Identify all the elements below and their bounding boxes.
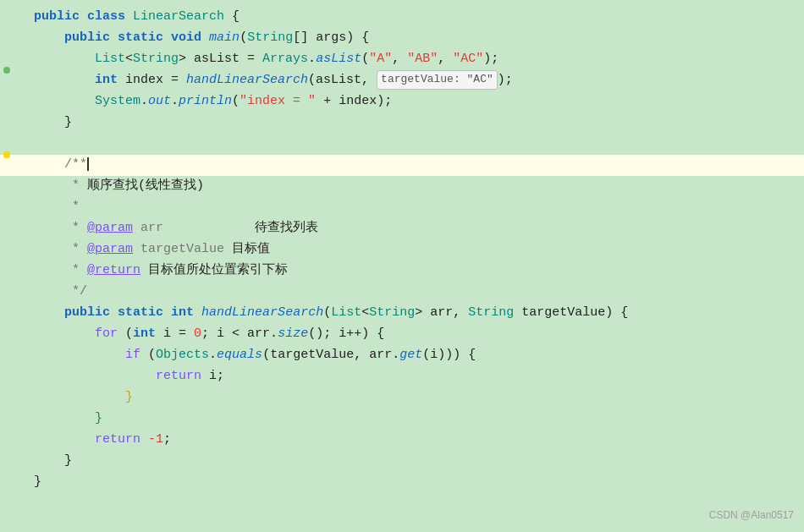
code-line-23: } bbox=[0, 472, 804, 493]
line-content-7 bbox=[25, 134, 804, 154]
breakpoint-dot bbox=[3, 67, 10, 74]
line-content-8: /** bbox=[25, 155, 804, 175]
code-line-4: int index = handLinearSearch(asList, tar… bbox=[0, 70, 804, 91]
code-line-18: return i; bbox=[0, 366, 804, 387]
line-content-20: } bbox=[25, 409, 804, 429]
line-content-15: public static int handLinearSearch(List<… bbox=[25, 303, 804, 323]
code-line-14: */ bbox=[0, 282, 804, 303]
code-line-19: } bbox=[0, 387, 804, 409]
code-line-8: /** bbox=[0, 155, 804, 176]
code-line-17: if (Objects.equals(targetValue, arr.get(… bbox=[0, 345, 804, 366]
line-content-5: System.out.println("index = " + index); bbox=[25, 91, 804, 112]
line-content-9: * 顺序查找(线性查找) bbox=[25, 176, 804, 196]
line-content-23: } bbox=[25, 472, 804, 492]
code-line-16: for (int i = 0; i < arr.size(); i++) { bbox=[0, 324, 804, 345]
line-content-3: List<String> asList = Arrays.asList("A",… bbox=[25, 49, 804, 69]
code-line-11: * @param arr 待查找列表 bbox=[0, 218, 804, 239]
code-line-10: * bbox=[0, 197, 804, 218]
code-line-3: List<String> asList = Arrays.asList("A",… bbox=[0, 49, 804, 70]
code-line-5: System.out.println("index = " + index); bbox=[0, 91, 804, 112]
code-line-22: } bbox=[0, 451, 804, 472]
code-line-2: public static void main(String[] args) { bbox=[0, 28, 804, 49]
code-line-6: } bbox=[0, 112, 804, 134]
line-content-14: */ bbox=[25, 282, 804, 302]
code-line-1: public class LinearSearch { bbox=[0, 7, 804, 28]
code-line-21: return -1; bbox=[0, 430, 804, 451]
watermark: CSDN @Alan0517 bbox=[709, 507, 794, 524]
line-content-19: } bbox=[25, 387, 804, 408]
line-content-22: } bbox=[25, 451, 804, 471]
line-content-12: * @param targetValue 目标值 bbox=[25, 239, 804, 260]
line-content-21: return -1; bbox=[25, 430, 804, 450]
line-content-2: public static void main(String[] args) { bbox=[25, 28, 804, 48]
code-line-13: * @return 目标值所处位置索引下标 bbox=[0, 261, 804, 282]
code-line-9: * 顺序查找(线性查找) bbox=[0, 176, 804, 197]
breakpoint-dot-yellow bbox=[3, 151, 10, 158]
line-content-4: int index = handLinearSearch(asList, tar… bbox=[25, 70, 804, 90]
line-content-17: if (Objects.equals(targetValue, arr.get(… bbox=[25, 345, 804, 365]
line-content-18: return i; bbox=[25, 366, 804, 387]
line-content-6: } bbox=[25, 112, 804, 133]
line-content-11: * @param arr 待查找列表 bbox=[25, 218, 804, 239]
code-line-7 bbox=[0, 134, 804, 155]
line-content-13: * @return 目标值所处位置索引下标 bbox=[25, 261, 804, 281]
line-content-16: for (int i = 0; i < arr.size(); i++) { bbox=[25, 324, 804, 344]
code-line-15: public static int handLinearSearch(List<… bbox=[0, 303, 804, 324]
line-content-1: public class LinearSearch { bbox=[25, 7, 804, 27]
code-container: public class LinearSearch { public stati… bbox=[0, 0, 804, 532]
line-content-10: * bbox=[25, 197, 804, 217]
code-line-12: * @param targetValue 目标值 bbox=[0, 239, 804, 261]
code-line-20: } bbox=[0, 409, 804, 430]
